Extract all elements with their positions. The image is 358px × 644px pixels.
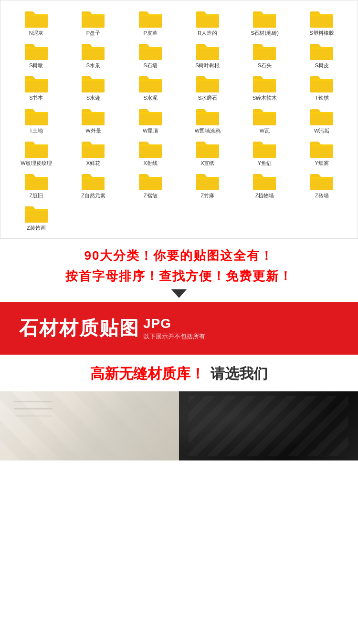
folder-item-s-rock[interactable]: S石头	[236, 40, 294, 69]
folder-item-z-nature[interactable]: Z自然元素	[65, 170, 122, 199]
folder-label-s-rock: S石头	[258, 62, 272, 69]
folder-item-p-leather[interactable]: P皮革	[122, 8, 179, 36]
slogan-red: 高新无缝材质库！	[90, 366, 205, 381]
promo-section: 90大分类！你要的贴图这全有！ 按首字母排序！查找方便！免费更新！	[0, 239, 358, 302]
folder-icon-p-leather	[138, 8, 163, 29]
folder-label-s-bark: S树皮	[315, 62, 328, 69]
folder-icon-z-bamboo	[195, 170, 220, 191]
folder-icon-w-tile	[252, 105, 277, 126]
folder-icon-p-plate	[81, 8, 105, 29]
folder-item-x-paper[interactable]: X宣纸	[179, 138, 236, 166]
folder-item-s-shrub[interactable]: S树墩	[8, 40, 65, 69]
folder-icon-s-polished-stone	[195, 72, 220, 93]
folder-icon-s-bark	[309, 40, 334, 61]
folder-icon-s-stone-tile	[252, 8, 277, 29]
folder-label-s-water-trace: S水迹	[86, 95, 100, 101]
folder-item-s-bark[interactable]: S树皮	[293, 40, 350, 69]
folder-label-z-nature: Z自然元素	[81, 193, 105, 199]
folder-label-w-exterior: W外景	[85, 128, 101, 134]
folder-item-z-vintage[interactable]: Z脏旧	[8, 170, 65, 199]
folder-item-w-dirt[interactable]: W污垢	[293, 105, 350, 134]
folder-icon-z-decor	[24, 203, 49, 224]
folder-icon-n-mud	[24, 8, 49, 29]
folder-section: N泥灰 P盘子 P皮革	[0, 0, 358, 239]
folder-icon-z-vintage	[24, 170, 49, 191]
folder-icon-t-rust	[309, 72, 334, 93]
folder-label-s-book: S书本	[29, 95, 43, 101]
banner-jpg-label: JPG	[143, 316, 205, 331]
folder-icon-t-soil	[24, 105, 49, 126]
folder-icon-w-dirt	[309, 105, 334, 126]
folder-item-s-book[interactable]: S书本	[8, 72, 65, 101]
folder-item-z-wrinkle[interactable]: Z褶皱	[122, 170, 179, 199]
folder-label-z-decor: Z装饰画	[27, 225, 46, 231]
folder-label-s-chips: S碎木软木	[253, 95, 277, 101]
folder-label-w-texture-skin: W纹理皮纹理	[21, 160, 52, 166]
folder-item-s-chips[interactable]: S碎木软木	[236, 72, 294, 101]
folder-icon-y-fish-tank	[252, 138, 277, 159]
folder-label-x-paper: X宣纸	[200, 160, 214, 166]
folder-icon-s-water-view	[81, 40, 105, 61]
folder-label-s-stone-wall: S石墙	[143, 62, 157, 69]
folder-item-w-fence-graffiti[interactable]: W围墙涂鸦	[179, 105, 236, 134]
folder-icon-w-roof	[138, 105, 163, 126]
folder-icon-x-paper	[195, 138, 220, 159]
folder-label-s-water-view: S水景	[86, 62, 100, 69]
folder-label-z-wrinkle: Z褶皱	[144, 193, 158, 199]
folder-item-x-flower[interactable]: X鲜花	[65, 138, 122, 166]
folder-icon-z-wrinkle	[138, 170, 163, 191]
folder-item-r-artificial[interactable]: R人造的	[179, 8, 236, 36]
folder-icon-z-nature	[81, 170, 105, 191]
preview-white-marble	[0, 391, 179, 460]
folder-item-p-plate[interactable]: P盘子	[65, 8, 122, 36]
folder-item-w-tile[interactable]: W瓦	[236, 105, 294, 134]
folder-label-p-leather: P皮革	[143, 30, 157, 36]
folder-icon-w-texture-skin	[24, 138, 49, 159]
folder-label-s-stone-tile: S石材(地砖)	[251, 30, 279, 36]
folder-item-n-mud[interactable]: N泥灰	[8, 8, 65, 36]
folder-label-t-rust: T铁锈	[315, 95, 329, 101]
folder-item-z-decor[interactable]: Z装饰画	[8, 203, 65, 231]
folder-label-s-polished-stone: S水磨石	[198, 95, 217, 101]
folder-icon-s-shrub	[24, 40, 49, 61]
folder-item-w-roof[interactable]: W屋顶	[122, 105, 179, 134]
banner-title-en: JPG 以下展示并不包括所有	[143, 316, 205, 341]
folder-label-y-smoke: Y烟雾	[315, 160, 328, 166]
folder-icon-z-brick-wall	[309, 170, 334, 191]
folder-item-s-polished-stone[interactable]: S水磨石	[179, 72, 236, 101]
folder-item-s-water-trace[interactable]: S水迹	[65, 72, 122, 101]
folder-icon-w-fence-graffiti	[195, 105, 220, 126]
folder-icon-s-stone-wall	[138, 40, 163, 61]
folder-item-z-brick-wall[interactable]: Z砖墙	[293, 170, 350, 199]
folder-item-x-ray[interactable]: X射线	[122, 138, 179, 166]
folder-label-n-mud: N泥灰	[29, 30, 43, 36]
folder-item-s-leaf[interactable]: S树叶树根	[179, 40, 236, 69]
banner-subtitle: 以下展示并不包括所有	[143, 332, 205, 341]
folder-item-y-fish-tank[interactable]: Y鱼缸	[236, 138, 294, 166]
preview-row	[0, 391, 358, 460]
folder-icon-w-exterior	[81, 105, 105, 126]
folder-item-t-soil[interactable]: T土地	[8, 105, 65, 134]
slogan-section: 高新无缝材质库！ 请选我们	[0, 355, 358, 391]
folder-label-s-leaf: S树叶树根	[195, 62, 220, 69]
folder-item-s-cement[interactable]: S水泥	[122, 72, 179, 101]
folder-item-t-rust[interactable]: T铁锈	[293, 72, 350, 101]
preview-dark-marble	[179, 391, 358, 460]
folder-item-s-stone-wall[interactable]: S石墙	[122, 40, 179, 69]
folder-icon-s-leaf	[195, 40, 220, 61]
folder-label-y-fish-tank: Y鱼缸	[258, 160, 272, 166]
folder-item-w-texture-skin[interactable]: W纹理皮纹理	[8, 138, 65, 166]
folder-item-s-stone-tile[interactable]: S石材(地砖)	[236, 8, 294, 36]
folder-icon-s-water-trace	[81, 72, 105, 93]
folder-item-y-smoke[interactable]: Y烟雾	[293, 138, 350, 166]
folder-item-z-bamboo[interactable]: Z竹麻	[179, 170, 236, 199]
folder-label-z-brick-wall: Z砖墙	[315, 193, 329, 199]
folder-label-s-cement: S水泥	[143, 95, 157, 101]
folder-item-s-water-view[interactable]: S水景	[65, 40, 122, 69]
folder-item-s-plastic[interactable]: S塑料橡胶	[293, 8, 350, 36]
banner-title-cn: 石材材质贴图	[19, 315, 139, 341]
folder-item-z-plant-wall[interactable]: Z植物墙	[236, 170, 294, 199]
folder-item-w-exterior[interactable]: W外景	[65, 105, 122, 134]
folder-icon-r-artificial	[195, 8, 220, 29]
folder-icon-s-cement	[138, 72, 163, 93]
